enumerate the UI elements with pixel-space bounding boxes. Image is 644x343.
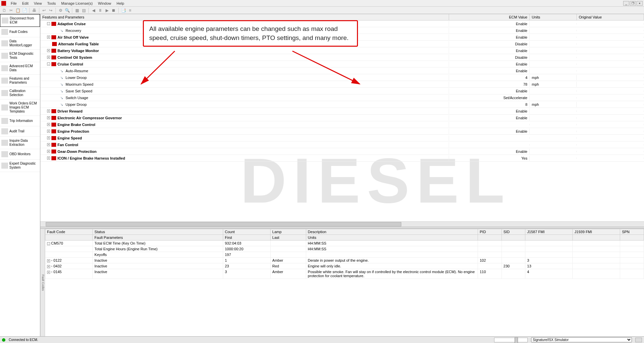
table-row[interactable]: + ◦ 0145Inactive3AmberPossible white smo… (45, 269, 644, 279)
parameter-row[interactable]: -Cruise ControlEnable (40, 61, 644, 68)
toolbar-button[interactable]: 📋 (15, 7, 21, 13)
menu-item[interactable]: Edit (19, 1, 31, 6)
toolbar-button[interactable]: 🗋 (1, 7, 7, 13)
expand-toggle[interactable]: + (47, 123, 50, 126)
parameter-row[interactable]: +ICON / Engine Brake Harness InstalledYe… (40, 155, 644, 162)
toolbar-button[interactable]: ◀ (90, 7, 96, 13)
table-row[interactable]: Total Engine Hours (Engine Run Time)1000… (45, 246, 644, 252)
parameter-row[interactable]: ↘Auto-ResumeEnable (40, 68, 644, 74)
zoom-slider[interactable] (494, 338, 528, 342)
column-header[interactable]: Fault Code (45, 229, 93, 235)
sidebar-item[interactable]: Inquire Data Extraction (0, 137, 40, 149)
toolbar-button[interactable]: ▦ (74, 7, 80, 13)
fault-codes-table[interactable]: Fault CodeStatusCountLampDescriptionPIDS… (45, 229, 644, 279)
sidebar-item[interactable]: ECM Diagnostic Tests (0, 50, 40, 62)
toolbar-button[interactable]: ↪ (48, 7, 54, 13)
table-row[interactable]: - CM570Total ECM Time (Key On Time)932:0… (45, 241, 644, 246)
column-header[interactable]: Description (306, 229, 478, 235)
window-close-button[interactable]: × (637, 1, 643, 6)
parameter-row[interactable]: +Centinel Oil SystemDisable (40, 54, 644, 61)
parameter-row[interactable]: ↘Upper Droop8mph (40, 101, 644, 108)
expand-toggle[interactable]: + (47, 130, 50, 133)
toolbar-button[interactable]: 📄 (22, 7, 28, 13)
expand-toggle[interactable]: + (47, 49, 50, 52)
expand-toggle[interactable]: + (47, 143, 50, 146)
parameter-row[interactable]: +Engine ProtectionEnable (40, 128, 644, 135)
sidebar-item[interactable]: Expert Diagnostic System (0, 160, 40, 172)
expand-toggle[interactable]: - (47, 242, 50, 245)
expand-toggle[interactable]: + (47, 265, 50, 268)
column-header[interactable]: Original Value (577, 14, 644, 20)
sidebar-item[interactable]: Fault Codes (0, 27, 40, 37)
menu-item[interactable]: View (31, 1, 45, 6)
expand-toggle[interactable]: + (47, 150, 50, 153)
expand-toggle[interactable]: + (47, 36, 50, 39)
parameter-row[interactable]: +Gear-Down ProtectionEnable (40, 148, 644, 155)
status-button[interactable] (635, 338, 642, 342)
column-header[interactable]: SPN (620, 229, 644, 235)
parameter-row[interactable]: +Engine Brake Control (40, 121, 644, 128)
column-header[interactable]: PID (478, 229, 502, 235)
column-header[interactable]: Count (223, 229, 271, 235)
sidebar-item[interactable]: Work Orders ECM Images ECM Templates (0, 99, 40, 116)
expand-toggle[interactable]: - (47, 62, 50, 66)
toolbar-button[interactable]: 🖶 (31, 7, 37, 13)
column-header[interactable]: ECM Value (449, 14, 530, 20)
toolbar-button[interactable]: ↩ (41, 7, 47, 13)
sidebar-item[interactable]: Data Monitor/Logger (0, 37, 40, 50)
toolbar-button[interactable]: ▶ (104, 7, 110, 13)
parameter-row[interactable]: ↘Save Set SpeedEnable (40, 88, 644, 94)
menu-item[interactable]: Window (95, 1, 114, 6)
toolbar-button[interactable]: ▤ (81, 7, 87, 13)
column-header[interactable]: J1939 FMI (573, 229, 620, 235)
horizontal-scrollbar[interactable] (40, 221, 644, 227)
column-header[interactable]: Features and Parameters (40, 14, 449, 20)
toolbar-button[interactable]: 🔍 (64, 7, 70, 13)
menu-item[interactable]: Help (114, 1, 127, 6)
table-row[interactable]: Keyoffs197 (45, 252, 644, 258)
table-row[interactable]: + ◦ 0432Inactive23RedEngine will only id… (45, 263, 644, 269)
sidebar-item[interactable]: OBD Monitors (0, 149, 40, 160)
simulator-select[interactable]: Signature/ISX Simulator (531, 337, 632, 342)
column-header[interactable]: J1587 FMI (525, 229, 573, 235)
column-header[interactable]: SID (501, 229, 525, 235)
parameter-row[interactable]: +Engine Speed (40, 135, 644, 141)
sidebar-item[interactable]: Audit Trail (0, 126, 40, 137)
toolbar-button[interactable]: ⏸ (97, 7, 103, 13)
toolbar-button[interactable]: ⏹ (111, 7, 117, 13)
expand-toggle[interactable]: - (47, 22, 50, 25)
sidebar-item[interactable]: Advanced ECM Data (0, 62, 40, 75)
parameter-row[interactable]: +Driver RewardEnable (40, 108, 644, 115)
parameter-row[interactable]: ↘Lower Droop4mph (40, 74, 644, 81)
sidebar-item[interactable]: Calibration Selection (0, 87, 40, 99)
parameter-row[interactable]: ↘Switch UsageSet/Accelerate (40, 94, 644, 101)
sidebar-item[interactable]: Disconnect from ECM (0, 14, 40, 27)
menu-item[interactable]: Manage License(s) (58, 1, 95, 6)
parameter-row[interactable]: ↘Maximum Speed78mph (40, 81, 644, 88)
toolbar-button[interactable]: ✂ (8, 7, 14, 13)
sidebar-item[interactable]: Trip Information (0, 116, 40, 126)
sidebar-item[interactable]: Features and Parameters (0, 75, 40, 87)
expand-toggle[interactable]: + (47, 56, 50, 59)
parameter-row[interactable]: +Electronic Air Compressor GovernorEnabl… (40, 115, 644, 121)
toolbar-button[interactable]: ⚙ (57, 7, 64, 13)
expand-toggle[interactable]: + (47, 157, 50, 160)
menu-item[interactable]: File (8, 1, 19, 6)
expand-toggle[interactable]: + (47, 259, 50, 262)
expand-toggle[interactable]: + (47, 271, 50, 274)
column-header[interactable]: Status (93, 229, 223, 235)
expand-toggle[interactable]: + (47, 110, 50, 113)
menu-item[interactable]: Tools (44, 1, 58, 6)
expand-toggle[interactable]: + (47, 136, 50, 139)
parameter-row[interactable]: +Battery Voltage MonitorEnable (40, 47, 644, 54)
table-row[interactable]: + ◦ 0122Inactive1AmberDerate in power ou… (45, 258, 644, 263)
parameter-row[interactable]: +Fan Control (40, 141, 644, 148)
expand-toggle[interactable]: + (47, 116, 50, 119)
window-restore-button[interactable]: ❐ (630, 1, 636, 6)
toolbar-button[interactable]: ≡ (127, 7, 133, 13)
column-header[interactable]: Units (530, 14, 577, 20)
toolbar-button[interactable]: 📑 (120, 7, 126, 13)
parameters-grid[interactable]: Features and Parameters ECM Value Units … (40, 14, 644, 221)
column-header[interactable]: Lamp (271, 229, 306, 235)
window-minimize-button[interactable]: _ (623, 1, 629, 6)
